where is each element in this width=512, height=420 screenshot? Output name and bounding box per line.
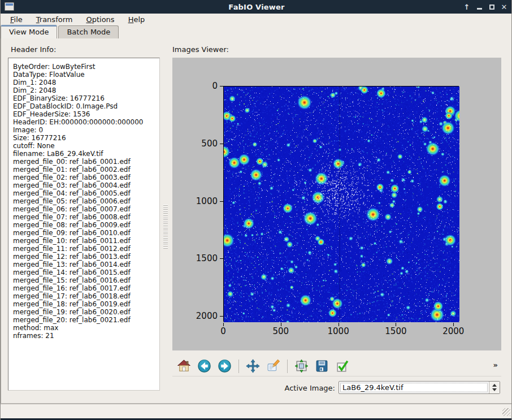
header-info-line: Image: 0: [13, 126, 159, 134]
header-info-line: EDF_HeaderSize: 1536: [13, 110, 159, 118]
y-tick-label: 500: [172, 138, 218, 149]
y-tick-label: 0: [172, 81, 218, 91]
close-icon[interactable]: ✕: [499, 1, 509, 12]
menu-item-options[interactable]: Options: [81, 15, 119, 24]
pan-arrows-icon: [246, 359, 260, 373]
menu-item-transform[interactable]: Transform: [31, 15, 78, 24]
header-info-line: EDF_DataBlockID: 0.Image.Psd: [13, 102, 159, 110]
x-tick-mark: [223, 323, 224, 326]
shade-up-icon[interactable]: ↑: [462, 1, 472, 12]
x-tick-mark: [281, 323, 281, 326]
header-info-title: Header Info:: [11, 45, 56, 54]
header-info-line: merged_file_19: ref_lab6_0020.edf: [13, 308, 159, 316]
header-info-line: merged_file_17: ref_lab6_0018.edf: [13, 292, 159, 300]
apply-check-button[interactable]: [335, 358, 350, 374]
active-image-value: LaB6_29.4keV.tif: [339, 383, 489, 392]
diffraction-plot[interactable]: [223, 86, 459, 322]
spin-up-icon[interactable]: [492, 384, 497, 387]
pan-button[interactable]: [245, 358, 261, 374]
images-viewer-title: Images Viewer:: [172, 45, 229, 54]
header-info-line: merged_file_11: ref_lab6_0012.edf: [13, 245, 159, 253]
app-window-icon[interactable]: [5, 2, 14, 11]
x-tick-label: 500: [264, 326, 298, 336]
y-tick-mark: [220, 316, 223, 317]
forward-arrow-icon: [218, 359, 232, 373]
active-image-row: Active Image: LaB6_29.4keV.tif: [172, 380, 501, 396]
y-tick-mark: [220, 144, 223, 144]
header-info-line: filename: LaB6_29.4keV.tif: [13, 150, 159, 158]
header-info-line: merged_file_08: ref_lab6_0009.edf: [13, 221, 159, 229]
configure-subplots-icon: [294, 359, 309, 373]
header-info-line: merged_file_01: ref_lab6_0002.edf: [13, 166, 159, 174]
header-info-line: merged_file_04: ref_lab6_0005.edf: [13, 189, 159, 197]
header-info-line: HeaderID: EH:000000:000000:000000: [13, 118, 159, 126]
titlebar[interactable]: FabIO Viewer ↑ ✕: [1, 0, 512, 14]
header-info-line: method: max: [13, 324, 159, 332]
save-floppy-icon: [315, 359, 329, 373]
x-tick-label: 0: [206, 326, 240, 336]
header-info-line: Dim_2: 2048: [13, 86, 159, 94]
back-button[interactable]: [197, 358, 212, 374]
x-tick-label: 2000: [436, 326, 470, 336]
header-info-textarea[interactable]: ByteOrder: LowByteFirstDataType: FloatVa…: [8, 58, 160, 391]
splitter-grip-icon[interactable]: [163, 205, 168, 249]
x-tick-mark: [453, 323, 454, 326]
tabbar: View Mode Batch Mode: [1, 25, 512, 38]
header-info-line: merged_file_05: ref_lab6_0006.edf: [13, 197, 159, 205]
minimize-icon[interactable]: [474, 1, 484, 12]
fabio-viewer-window: FabIO Viewer ↑ ✕ FileTransformOptionsHel…: [0, 0, 512, 420]
header-info-line: merged_file_16: ref_lab6_0017.edf: [13, 284, 159, 292]
forward-button[interactable]: [217, 358, 232, 374]
active-image-label: Active Image:: [285, 384, 335, 392]
header-info-line: Dim_1: 2048: [13, 79, 159, 86]
diffraction-image[interactable]: [224, 86, 459, 322]
zoom-rect-icon: [266, 359, 280, 373]
header-info-line: merged_file_13: ref_lab6_0014.edf: [13, 261, 159, 269]
zoom-rect-button[interactable]: [266, 358, 281, 374]
tab-batch-mode[interactable]: Batch Mode: [58, 25, 119, 38]
header-info-line: merged_file_18: ref_lab6_0019.edf: [13, 300, 159, 308]
header-info-line: merged_file_10: ref_lab6_0011.edf: [13, 237, 159, 245]
header-info-line: cutoff: None: [13, 142, 159, 150]
combo-spinner[interactable]: [489, 382, 500, 393]
toolbar-separator: [238, 360, 239, 373]
plot-toolbar: »: [172, 356, 501, 376]
menu-item-file[interactable]: File: [5, 15, 28, 24]
header-info-line: merged_file_03: ref_lab6_0004.edf: [13, 181, 159, 189]
y-tick-label: 1500: [172, 253, 218, 263]
home-button[interactable]: [176, 358, 192, 374]
header-info-line: nframes: 21: [13, 332, 159, 340]
toolbar-overflow-chevron[interactable]: »: [493, 361, 498, 369]
menu-item-help[interactable]: Help: [123, 15, 150, 24]
header-info-line: merged_file_14: ref_lab6_0015.edf: [13, 269, 159, 276]
header-info-line: merged_file_09: ref_lab6_0010.edf: [13, 229, 159, 237]
x-tick-label: 1500: [379, 326, 413, 336]
active-image-combobox[interactable]: LaB6_29.4keV.tif: [339, 381, 500, 394]
y-tick-label: 2000: [172, 311, 218, 321]
back-arrow-icon: [197, 359, 211, 373]
header-info-line: merged_file_02: ref_lab6_0003.edf: [13, 174, 159, 181]
tab-view-mode[interactable]: View Mode: [1, 25, 57, 38]
header-info-line: ByteOrder: LowByteFirst: [13, 63, 159, 71]
x-tick-mark: [339, 323, 339, 326]
header-info-line: DataType: FloatValue: [13, 71, 159, 79]
maximize-icon[interactable]: [487, 1, 497, 12]
y-tick-mark: [220, 258, 223, 259]
header-info-line: merged_file_20: ref_lab6_0021.edf: [13, 316, 159, 324]
spin-down-icon[interactable]: [492, 388, 497, 391]
panel-splitter[interactable]: [161, 38, 171, 404]
header-info-line: merged_file_07: ref_lab6_0008.edf: [13, 213, 159, 221]
save-button[interactable]: [314, 358, 329, 374]
home-icon: [177, 359, 191, 373]
plot-figure-area: 05001000150020000500100015002000: [172, 58, 501, 350]
toolbar-separator: [287, 360, 288, 373]
header-info-line: merged_file_06: ref_lab6_0007.edf: [13, 205, 159, 213]
header-info-line: EDF_BinarySize: 16777216: [13, 94, 159, 102]
header-info-line: merged_file_00: ref_lab6_0001.edf: [13, 158, 159, 166]
resize-grip[interactable]: [502, 408, 510, 416]
x-tick-label: 1000: [322, 326, 355, 336]
menubar: FileTransformOptionsHelp: [1, 14, 512, 25]
header-info-line: merged_file_12: ref_lab6_0013.edf: [13, 253, 159, 261]
window-controls: ↑ ✕: [462, 0, 509, 14]
configure-subplots-button[interactable]: [294, 358, 309, 374]
